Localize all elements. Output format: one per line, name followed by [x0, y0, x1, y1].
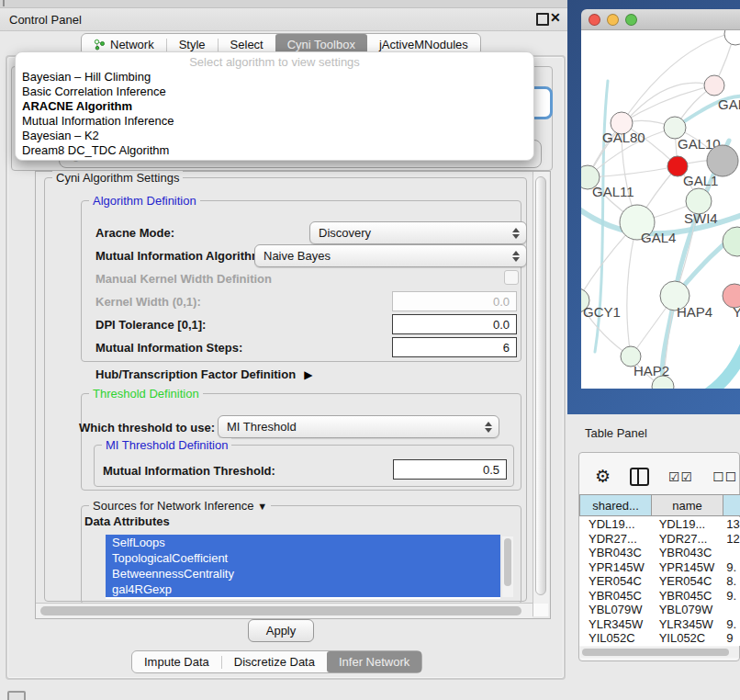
network-edge: [701, 333, 740, 389]
settings-hscrollbar-thumb[interactable]: [40, 606, 521, 615]
table-toolbar: ⚙ ☑☑ ☐☐: [595, 466, 740, 487]
attributes-scrollbar-track[interactable]: [502, 536, 513, 597]
dropdown-item-bayesian-k2[interactable]: Bayesian – K2: [16, 129, 533, 143]
data-attributes-list: SelfLoopsTopologicalCoefficientBetweenne…: [106, 535, 500, 599]
table-panel-title: Table Panel: [585, 426, 647, 440]
kernel-width-field[interactable]: 0.0: [392, 291, 517, 311]
table-cell: YIL052C: [579, 631, 651, 646]
columns-icon[interactable]: [630, 468, 649, 486]
table-row[interactable]: YBR043CYBR043C: [579, 546, 740, 560]
network-node[interactable]: [723, 227, 740, 256]
table-cell: YBR043C: [579, 546, 651, 560]
tab-discretize-data[interactable]: Discretize Data: [222, 651, 327, 672]
table-hscrollbar-track[interactable]: [580, 647, 739, 658]
network-view[interactable]: GALGAL80GAL10GAL1GAL11GAL4SWI4GCY1HAP4YH…: [581, 30, 740, 389]
table-row[interactable]: YIL052CYIL052C9: [579, 631, 740, 646]
float-window-icon[interactable]: [536, 13, 549, 26]
table-cell: YLR345W: [651, 617, 722, 632]
close-icon[interactable]: ✕: [550, 10, 561, 25]
table-row[interactable]: YER054CYER054C8.: [579, 574, 740, 589]
aracne-mode-label: Aracne Mode:: [95, 226, 174, 240]
dock-handle-icon[interactable]: [7, 691, 26, 700]
expand-arrow-icon[interactable]: ▶: [304, 368, 312, 381]
column-header-name[interactable]: name: [652, 494, 723, 516]
mi-threshold-field[interactable]: 0.5: [393, 459, 507, 480]
network-edge: [627, 222, 637, 356]
attribute-item-betweennesscentrality[interactable]: BetweennessCentrality: [106, 566, 500, 581]
network-edge: [588, 166, 678, 177]
attribute-item-topologicalcoefficient[interactable]: TopologicalCoefficient: [106, 550, 500, 566]
column-header-shared[interactable]: shared...: [579, 494, 652, 516]
algorithm-dropdown-list: Bayesian – Hill ClimbingBasic Correlatio…: [16, 70, 533, 158]
cyni-settings-group-title: Cyni Algorithm Settings: [52, 171, 183, 185]
table-cell: [721, 546, 740, 560]
select-all-checks-icon[interactable]: ☑☑: [668, 469, 693, 484]
threshold-definition-title: Threshold Definition: [89, 387, 203, 401]
table-hscrollbar-thumb[interactable]: [582, 649, 729, 656]
dpi-tolerance-label: DPI Tolerance [0,1]:: [95, 318, 206, 332]
table-cell: [721, 603, 740, 617]
dropdown-item-bayesian-hill-climbing[interactable]: Bayesian – Hill Climbing: [16, 70, 533, 85]
app-root: Control Panel ✕ NetworkStyleSelectCyni T…: [0, 0, 740, 700]
dropdown-item-basic-correlation-inference[interactable]: Basic Correlation Inference: [16, 85, 533, 99]
minimize-traffic-light[interactable]: [607, 14, 619, 26]
algorithm-dropdown: Select algorithm to view settings Bayesi…: [15, 51, 534, 161]
manual-kernel-checkbox[interactable]: [504, 270, 519, 285]
tab-label: Select: [230, 38, 263, 51]
mi-type-combo[interactable]: Naive Bayes: [254, 244, 527, 267]
hub-definition-row[interactable]: Hub/Transcription Factor Definition ▶: [95, 367, 312, 381]
mi-steps-label: Mutual Information Steps:: [95, 341, 242, 355]
aracne-mode-value: Discovery: [319, 226, 371, 240]
table-row[interactable]: YPR145WYPR145W9.: [579, 560, 740, 575]
stepper-icon: [485, 422, 492, 433]
close-traffic-light[interactable]: [589, 14, 600, 26]
collapse-arrow-icon[interactable]: ▼: [257, 501, 267, 512]
gear-icon[interactable]: ⚙: [595, 466, 611, 487]
algorithm-definition-title: Algorithm Definition: [89, 194, 200, 208]
tab-label: Impute Data: [144, 655, 209, 669]
settings-vscrollbar-thumb[interactable]: [535, 176, 546, 595]
network-node-gal[interactable]: [704, 75, 724, 96]
mi-steps-field[interactable]: 6: [392, 337, 517, 357]
apply-button[interactable]: Apply: [248, 619, 314, 642]
network-window-titlebar[interactable]: [581, 9, 740, 30]
table-cell: YBL079W: [651, 603, 722, 617]
table-cell: YDR27...: [579, 532, 651, 547]
table-row[interactable]: YBL079WYBL079W: [579, 603, 740, 617]
dropdown-item-dream8-dc-tdc-algorithm[interactable]: Dream8 DC_TDC Algorithm: [16, 143, 533, 158]
which-threshold-combo[interactable]: MI Threshold: [218, 415, 499, 438]
settings-hscrollbar-track[interactable]: [36, 603, 533, 618]
dropdown-item-aracne-algorithm[interactable]: ARACNE Algorithm: [16, 99, 533, 114]
settings-vscrollbar-track[interactable]: [533, 172, 549, 616]
table-cell: 9.: [721, 589, 740, 604]
column-header-cut[interactable]: [723, 494, 740, 516]
aracne-mode-combo[interactable]: Discovery: [309, 221, 527, 244]
table-cell: YBL079W: [579, 603, 651, 617]
deselect-all-checks-icon[interactable]: ☐☐: [712, 469, 737, 484]
bottom-tab-bar: Impute DataDiscretize DataInfer Network: [131, 650, 422, 673]
data-attributes-label: Data Attributes: [84, 514, 175, 528]
table-row[interactable]: YDR27...YDR27...12: [579, 532, 740, 547]
attributes-scrollbar-thumb[interactable]: [504, 538, 511, 586]
table-row[interactable]: YLR345WYLR345W9.: [579, 617, 740, 632]
attribute-item-gal4rgexp[interactable]: gal4RGexp: [106, 581, 500, 597]
maximize-traffic-light[interactable]: [625, 14, 637, 26]
network-node-label: GAL80: [602, 130, 645, 145]
tab-infer-network[interactable]: Infer Network: [327, 651, 421, 672]
dropdown-item-mutual-information-inference[interactable]: Mutual Information Inference: [16, 114, 533, 129]
table-cell: YDL19...: [579, 517, 651, 532]
tab-label: Discretize Data: [234, 655, 315, 669]
top-strip: [0, 0, 567, 7]
dpi-tolerance-field[interactable]: 0.0: [392, 314, 517, 334]
table-row[interactable]: YDL19...YDL19...13: [579, 517, 740, 532]
network-node[interactable]: [707, 145, 738, 176]
table-header: shared...name: [579, 494, 740, 516]
network-node[interactable]: [724, 30, 740, 45]
table-cell: YBR045C: [651, 589, 722, 604]
control-panel-title: Control Panel: [9, 13, 82, 27]
table-cell: YDR27...: [651, 532, 722, 547]
table-row[interactable]: YBR045CYBR045C9.: [579, 589, 740, 604]
algorithm-dropdown-prompt: Select algorithm to view settings: [16, 52, 533, 70]
attribute-item-selfloops[interactable]: SelfLoops: [106, 535, 500, 550]
tab-impute-data[interactable]: Impute Data: [132, 651, 221, 672]
